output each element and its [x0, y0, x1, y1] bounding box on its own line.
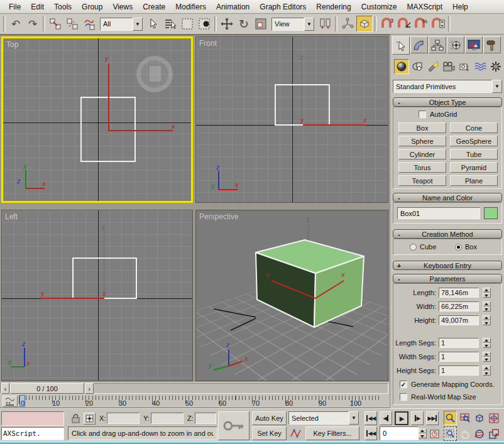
primitive-geosphere-button[interactable]: GeoSphere — [450, 136, 498, 146]
primitive-torus-button[interactable]: Torus — [398, 162, 446, 173]
key-mode-arrow[interactable]: ▼ — [349, 411, 359, 425]
tab-motion[interactable] — [447, 36, 464, 53]
spinner-up-icon[interactable] — [483, 315, 491, 320]
length-field[interactable]: 78,146m — [439, 288, 479, 298]
spinner-up-icon[interactable] — [483, 288, 491, 293]
menu-animation[interactable]: Animation — [211, 1, 255, 13]
viewport-front-label[interactable]: Front — [199, 39, 217, 48]
rollout-keyboard-entry[interactable]: + Keyboard Entry — [393, 261, 502, 270]
menu-modifiers[interactable]: Modifiers — [170, 1, 211, 13]
tab-display[interactable] — [465, 36, 483, 53]
viewport-left[interactable]: Left z y x z y x — [1, 210, 193, 381]
viewport-perspective[interactable]: Perspective z y x z — [195, 210, 388, 381]
viewport-perspective-label[interactable]: Perspective — [199, 212, 239, 221]
spinner-up-icon[interactable] — [483, 338, 491, 343]
auto-key-button[interactable]: Auto Key — [252, 411, 287, 425]
category-helpers[interactable] — [457, 59, 472, 74]
spinner-down-icon[interactable] — [483, 306, 491, 311]
length-segs-spinner[interactable] — [483, 338, 491, 348]
selection-filter-arrow[interactable]: ▼ — [133, 18, 143, 31]
spinner-down-icon[interactable] — [483, 357, 491, 362]
spinner-snap-toggle-button[interactable] — [430, 16, 446, 32]
angle-snap-toggle-button[interactable] — [396, 16, 412, 32]
zoom-extents-button[interactable] — [473, 411, 486, 425]
maxscript-listener-box[interactable]: AXScript. — [1, 427, 64, 440]
length-spinner[interactable] — [483, 288, 491, 298]
menu-file[interactable]: File — [4, 1, 26, 13]
viewport-left-label[interactable]: Left — [5, 212, 18, 221]
coord-system-arrow[interactable]: ▼ — [304, 18, 314, 31]
time-configuration-button[interactable] — [429, 426, 441, 440]
primitive-tube-button[interactable]: Tube — [450, 149, 498, 160]
zoom-extents-all-button[interactable] — [487, 411, 500, 425]
generate-mapping-coords-checkbox[interactable]: ✓ — [400, 381, 407, 388]
menu-customize[interactable]: Customize — [356, 1, 402, 13]
creation-method-cube-radio[interactable] — [410, 244, 417, 251]
snaps-toggle-button[interactable]: 3 — [379, 16, 395, 32]
default-tangents-button[interactable] — [288, 426, 304, 440]
category-systems[interactable] — [488, 59, 503, 74]
set-keys-big-button[interactable] — [218, 411, 249, 440]
select-and-manipulate-button[interactable] — [339, 16, 356, 32]
category-shapes[interactable] — [410, 59, 425, 74]
width-segs-spinner[interactable] — [483, 352, 491, 362]
track-bar[interactable]: 0 10 20 30 40 50 60 70 80 90 100 — [0, 395, 390, 408]
tab-hierarchy[interactable] — [429, 36, 446, 53]
select-and-scale-button[interactable] — [253, 16, 269, 32]
select-object-button[interactable] — [145, 16, 162, 32]
subcategory-arrow[interactable]: ▼ — [492, 80, 502, 93]
set-key-button[interactable]: Set Key — [252, 426, 287, 440]
key-mode-toggle-button[interactable]: ◀◀ — [364, 426, 377, 440]
rollout-parameters[interactable]: - Parameters — [393, 274, 502, 283]
current-frame-field[interactable] — [380, 426, 419, 440]
category-geometry[interactable] — [394, 59, 409, 74]
select-and-rotate-button[interactable]: ↻ — [236, 16, 252, 32]
creation-method-box-radio[interactable] — [455, 244, 462, 251]
spinner-up-icon[interactable] — [483, 301, 491, 306]
spinner-down-icon[interactable] — [483, 320, 491, 325]
height-segs-field[interactable]: 1 — [439, 365, 479, 376]
tab-modify[interactable] — [410, 36, 428, 53]
pan-view-button[interactable] — [458, 426, 471, 441]
selection-filter-dropdown[interactable]: All ▼ — [100, 18, 143, 31]
min-max-toggle-button[interactable] — [487, 426, 500, 441]
height-spinner[interactable] — [483, 315, 491, 325]
primitive-teapot-button[interactable]: Teapot — [398, 175, 446, 186]
use-pivot-point-center-button[interactable] — [317, 16, 333, 32]
key-mode-dropdown[interactable]: Selected ▼ — [288, 411, 359, 425]
reference-coordinate-system-dropdown[interactable]: View ▼ — [271, 18, 314, 31]
selection-lock-toggle[interactable] — [69, 413, 82, 425]
spinner-up-icon[interactable] — [483, 352, 491, 357]
previous-frame-button[interactable]: ◀ — [380, 411, 392, 425]
menu-tools[interactable]: Tools — [49, 1, 77, 13]
menu-graph-editors[interactable]: Graph Editors — [255, 1, 311, 13]
spinner-up-icon[interactable] — [483, 365, 491, 371]
spinner-up-icon[interactable] — [419, 428, 427, 433]
menu-views[interactable]: Views — [107, 1, 138, 13]
subcategory-dropdown[interactable]: Standard Primitives ▼ — [393, 80, 502, 93]
percent-snap-toggle-button[interactable]: % — [413, 16, 429, 32]
go-to-start-button[interactable]: ◀◀ — [364, 411, 377, 425]
select-and-link-button[interactable] — [47, 16, 63, 32]
category-cameras[interactable] — [441, 59, 456, 74]
primitive-pyramid-button[interactable]: Pyramid — [450, 162, 498, 173]
arc-rotate-button[interactable] — [473, 426, 486, 441]
y-coord-field[interactable] — [151, 413, 184, 424]
object-name-input[interactable] — [397, 207, 480, 219]
primitive-cylinder-button[interactable]: Cylinder — [398, 149, 446, 160]
unlink-button[interactable] — [64, 16, 80, 32]
z-coord-field[interactable] — [195, 413, 216, 424]
object-color-swatch[interactable] — [484, 207, 498, 219]
open-mini-curve-editor-button[interactable] — [3, 396, 18, 407]
time-slider-next-button[interactable]: › — [85, 383, 94, 394]
viewport-top[interactable]: Top y x y x z — [1, 36, 193, 203]
bind-to-space-warp-button[interactable] — [81, 16, 97, 32]
category-lights[interactable] — [425, 59, 441, 74]
undo-button[interactable]: ↶ — [8, 16, 24, 32]
frame-spinner[interactable] — [419, 428, 427, 438]
region-zoom-button[interactable] — [444, 426, 457, 441]
menu-edit[interactable]: Edit — [26, 1, 49, 13]
spinner-down-icon[interactable] — [483, 343, 491, 348]
menu-maxscript[interactable]: MAXScript — [402, 1, 447, 13]
keyboard-override-toggle-button[interactable] — [356, 16, 373, 32]
